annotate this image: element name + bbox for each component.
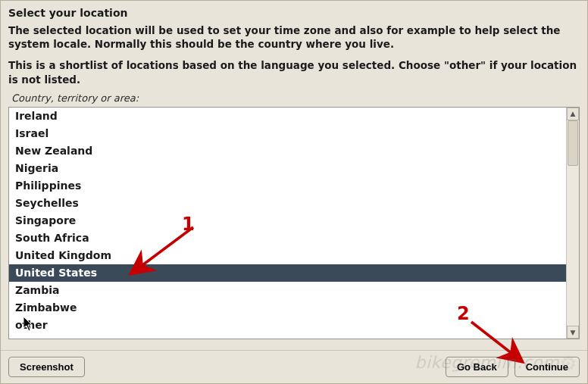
list-item[interactable]: Seychelles: [9, 195, 566, 212]
list-item[interactable]: Singapore: [9, 212, 566, 229]
scroll-down-button[interactable]: ▼: [567, 326, 579, 339]
location-listbox[interactable]: IrelandIsraelNew ZealandNigeriaPhilippin…: [9, 108, 566, 339]
description-text-1: The selected location will be used to se…: [8, 23, 580, 51]
continue-button[interactable]: Continue: [514, 357, 580, 377]
list-item[interactable]: United Kingdom: [9, 247, 566, 264]
description-text-2: This is a shortlist of locations based o…: [8, 58, 580, 86]
scrollbar[interactable]: ▲ ▼: [566, 108, 579, 339]
list-item[interactable]: Zimbabwe: [9, 299, 566, 317]
scroll-thumb[interactable]: [568, 120, 578, 166]
list-item[interactable]: Nigeria: [9, 160, 566, 177]
content-area: The selected location will be used to se…: [1, 23, 587, 350]
list-item[interactable]: Philippines: [9, 177, 566, 195]
chevron-down-icon: ▼: [571, 329, 576, 336]
list-item[interactable]: New Zealand: [9, 142, 566, 160]
installer-window: Select your location The selected locati…: [0, 0, 588, 384]
list-item[interactable]: Zambia: [9, 282, 566, 299]
list-item[interactable]: United States: [9, 264, 566, 282]
go-back-button[interactable]: Go Back: [446, 357, 508, 377]
chevron-up-icon: ▲: [571, 110, 576, 117]
location-listbox-wrap: IrelandIsraelNew ZealandNigeriaPhilippin…: [8, 107, 580, 339]
footer-bar: Screenshot Go Back Continue: [1, 350, 587, 383]
list-item[interactable]: Israel: [9, 125, 566, 142]
scroll-up-button[interactable]: ▲: [567, 108, 579, 120]
screenshot-button[interactable]: Screenshot: [8, 357, 85, 377]
page-title: Select your location: [1, 1, 587, 23]
scroll-track[interactable]: [567, 120, 579, 326]
list-item[interactable]: other: [9, 317, 566, 334]
list-item[interactable]: Ireland: [9, 108, 566, 125]
list-label: Country, territory or area:: [11, 92, 580, 104]
list-item[interactable]: South Africa: [9, 229, 566, 247]
